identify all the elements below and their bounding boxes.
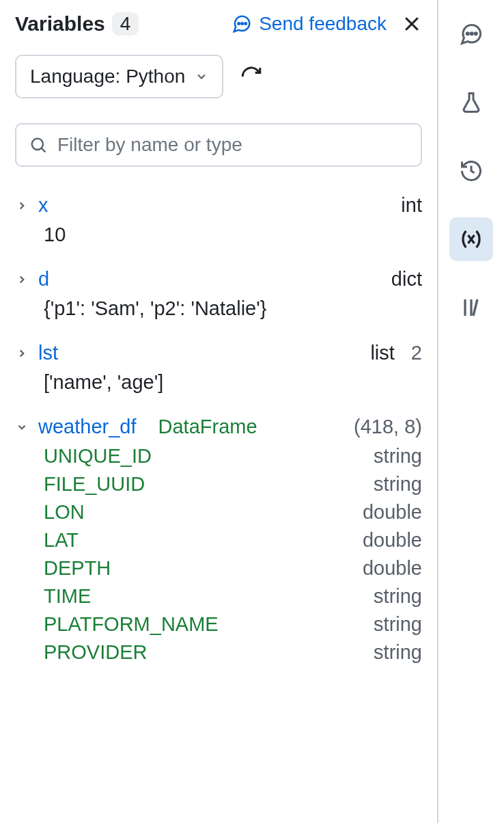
variable-shape: (418, 8): [354, 416, 422, 438]
columns-icon: [459, 295, 484, 320]
variable-type: list: [370, 342, 394, 364]
rail-history[interactable]: [449, 149, 493, 193]
history-icon: [459, 159, 484, 183]
column-name: TIME: [44, 585, 91, 608]
comment-icon: [459, 22, 484, 46]
column-name: LON: [44, 501, 85, 524]
chevron-right-icon: [16, 273, 28, 286]
send-feedback-label: Send feedback: [259, 13, 387, 35]
column-name: DEPTH: [44, 557, 111, 580]
close-button[interactable]: [402, 14, 422, 34]
variable-name: d: [38, 268, 49, 291]
variable-value: 10: [44, 224, 422, 246]
rail-columns[interactable]: [449, 286, 493, 329]
refresh-icon: [240, 65, 263, 88]
variable-name: x: [38, 194, 48, 217]
variable-item: ddict{'p1': 'Sam', 'p2': 'Natalie'}: [15, 268, 422, 320]
expand-toggle[interactable]: [15, 200, 29, 212]
chevron-right-icon: [16, 347, 28, 360]
column-type: double: [363, 557, 422, 580]
panel-header: Variables 4 Send feedback: [15, 12, 422, 36]
chevron-down-icon: [195, 70, 208, 83]
panel-title: Variables: [15, 12, 105, 36]
close-icon: [402, 14, 422, 34]
column-type: double: [363, 501, 422, 524]
rail-experiments[interactable]: [449, 81, 493, 124]
column-type: string: [374, 445, 422, 468]
column-name: PROVIDER: [44, 641, 147, 664]
controls-row: Language: Python: [15, 55, 422, 98]
expand-toggle[interactable]: [15, 347, 29, 360]
flask-icon: [459, 90, 484, 115]
chevron-right-icon: [16, 200, 28, 212]
variable-row[interactable]: xint: [15, 194, 422, 217]
rail-comments[interactable]: [449, 12, 493, 56]
right-rail: [438, 0, 504, 823]
column-name: LAT: [44, 529, 79, 552]
column-type: string: [374, 613, 422, 636]
column-name: FILE_UUID: [44, 473, 145, 496]
variable-count-badge: 4: [112, 12, 139, 36]
variables-panel: Variables 4 Send feedback Language: Pyth…: [0, 0, 438, 823]
variable-row[interactable]: weather_dfDataFrame(418, 8): [15, 416, 422, 438]
search-icon: [29, 135, 48, 154]
svg-point-9: [475, 33, 477, 35]
variable-type: dict: [391, 268, 422, 291]
column-type: string: [374, 641, 422, 664]
variable-item: xint10: [15, 194, 422, 246]
comment-icon: [232, 14, 252, 34]
chevron-down-icon: [16, 421, 28, 433]
variable-value: ['name', 'age']: [44, 371, 422, 394]
rail-variables[interactable]: [449, 217, 493, 261]
expand-toggle[interactable]: [15, 421, 29, 433]
column-name: PLATFORM_NAME: [44, 613, 219, 636]
variable-list: xint10ddict{'p1': 'Sam', 'p2': 'Natalie'…: [15, 194, 422, 666]
column-row: DEPTHdouble: [44, 554, 422, 582]
variable-name: weather_df: [38, 416, 137, 438]
column-name: UNIQUE_ID: [44, 445, 152, 468]
language-select[interactable]: Language: Python: [15, 55, 223, 98]
variable-type: DataFrame: [158, 416, 257, 438]
variable-name: lst: [38, 342, 58, 364]
expand-toggle[interactable]: [15, 273, 29, 286]
variables-icon: [459, 227, 484, 252]
column-row: TIMEstring: [44, 582, 422, 610]
variable-item: weather_dfDataFrame(418, 8)UNIQUE_IDstri…: [15, 416, 422, 666]
variable-row[interactable]: lstlist2: [15, 342, 422, 364]
filter-input[interactable]: [57, 134, 408, 156]
language-select-label: Language: Python: [30, 66, 185, 87]
svg-point-1: [242, 23, 244, 25]
svg-point-8: [471, 33, 473, 35]
svg-point-0: [238, 23, 240, 25]
variable-row[interactable]: ddict: [15, 268, 422, 291]
svg-line-6: [42, 148, 46, 152]
send-feedback-link[interactable]: Send feedback: [232, 13, 387, 35]
column-type: string: [374, 473, 422, 496]
variable-length: 2: [411, 342, 422, 364]
filter-field[interactable]: [15, 123, 422, 167]
variable-type: int: [401, 194, 422, 217]
column-type: double: [363, 529, 422, 552]
svg-point-5: [32, 139, 43, 150]
column-row: PROVIDERstring: [44, 638, 422, 666]
variable-value: {'p1': 'Sam', 'p2': 'Natalie'}: [44, 297, 422, 320]
svg-point-2: [245, 23, 247, 25]
column-row: LONdouble: [44, 498, 422, 526]
svg-line-14: [473, 299, 477, 316]
column-row: PLATFORM_NAMEstring: [44, 610, 422, 638]
column-row: FILE_UUIDstring: [44, 470, 422, 498]
dataframe-columns: UNIQUE_IDstringFILE_UUIDstringLONdoubleL…: [44, 442, 422, 666]
variable-item: lstlist2['name', 'age']: [15, 342, 422, 394]
svg-point-7: [466, 33, 468, 35]
column-row: UNIQUE_IDstring: [44, 442, 422, 470]
column-type: string: [374, 585, 422, 608]
column-row: LATdouble: [44, 526, 422, 554]
refresh-button[interactable]: [240, 65, 263, 88]
